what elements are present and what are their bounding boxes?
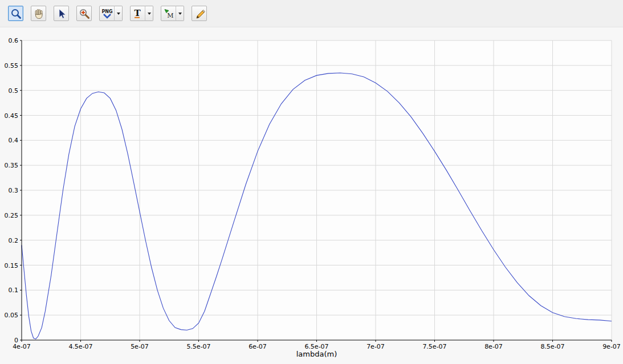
svg-text:0.5: 0.5 bbox=[9, 87, 19, 95]
svg-text:0.35: 0.35 bbox=[5, 162, 19, 169]
chart-panel: 4e-074.5e-075e-075.5e-076e-076.5e-077e-0… bbox=[0, 27, 623, 364]
svg-text:0.6: 0.6 bbox=[9, 37, 19, 44]
zoom-region-button[interactable] bbox=[76, 6, 92, 21]
svg-text:0.3: 0.3 bbox=[9, 187, 19, 194]
measure-tool-button[interactable]: M bbox=[161, 6, 176, 21]
measure-tool-dropdown[interactable] bbox=[176, 6, 184, 21]
chevron-down-icon bbox=[117, 13, 120, 17]
svg-text:8e-07: 8e-07 bbox=[484, 343, 503, 350]
pan-button[interactable] bbox=[31, 6, 46, 21]
png-label: PNG bbox=[101, 9, 112, 14]
svg-text:0.45: 0.45 bbox=[5, 112, 19, 120]
text-tool-group: T bbox=[130, 6, 153, 21]
pencil-icon bbox=[194, 8, 205, 19]
cursor-arrow-icon bbox=[56, 8, 67, 19]
svg-text:4.5e-07: 4.5e-07 bbox=[68, 343, 92, 350]
measure-tool-icon: M bbox=[163, 8, 174, 19]
svg-text:5.5e-07: 5.5e-07 bbox=[186, 343, 210, 350]
svg-text:0.15: 0.15 bbox=[5, 262, 19, 269]
svg-text:0.55: 0.55 bbox=[5, 62, 19, 69]
png-export-icon: PNG bbox=[101, 8, 113, 19]
plot-canvas[interactable]: 4e-074.5e-075e-075.5e-076e-076.5e-077e-0… bbox=[0, 27, 623, 364]
magnifier-crosshair-icon bbox=[79, 8, 90, 19]
svg-text:8.5e-07: 8.5e-07 bbox=[540, 343, 564, 350]
text-tool-icon: T bbox=[132, 8, 144, 19]
svg-text:lambda(m): lambda(m) bbox=[296, 350, 337, 358]
svg-text:0: 0 bbox=[14, 337, 18, 344]
svg-text:6e-07: 6e-07 bbox=[249, 343, 267, 350]
export-png-dropdown[interactable] bbox=[114, 6, 123, 21]
svg-text:0.25: 0.25 bbox=[5, 212, 19, 219]
edit-button[interactable] bbox=[192, 6, 207, 21]
hand-icon bbox=[33, 8, 44, 19]
text-tool-button[interactable]: T bbox=[130, 6, 145, 21]
zoom-button[interactable] bbox=[8, 6, 23, 21]
magnifier-icon bbox=[10, 8, 22, 19]
svg-text:0.05: 0.05 bbox=[5, 312, 19, 319]
measure-tool-label: M bbox=[167, 11, 173, 19]
svg-text:7e-07: 7e-07 bbox=[367, 343, 385, 350]
svg-text:0.2: 0.2 bbox=[9, 237, 19, 244]
svg-text:9e-07: 9e-07 bbox=[602, 343, 621, 350]
toolbar: PNG T M bbox=[0, 0, 623, 27]
text-tool-label: T bbox=[134, 8, 141, 18]
chevron-down-icon bbox=[178, 13, 182, 17]
export-png-group: PNG bbox=[99, 6, 123, 21]
select-button[interactable] bbox=[54, 6, 69, 21]
svg-text:0.4: 0.4 bbox=[9, 137, 19, 144]
measure-tool-group: M bbox=[161, 6, 184, 21]
export-png-button[interactable]: PNG bbox=[99, 6, 115, 21]
svg-text:0.1: 0.1 bbox=[9, 287, 19, 294]
text-tool-dropdown[interactable] bbox=[145, 6, 153, 21]
chevron-down-icon bbox=[148, 13, 151, 17]
svg-text:5e-07: 5e-07 bbox=[131, 343, 149, 350]
svg-text:7.5e-07: 7.5e-07 bbox=[422, 343, 446, 350]
